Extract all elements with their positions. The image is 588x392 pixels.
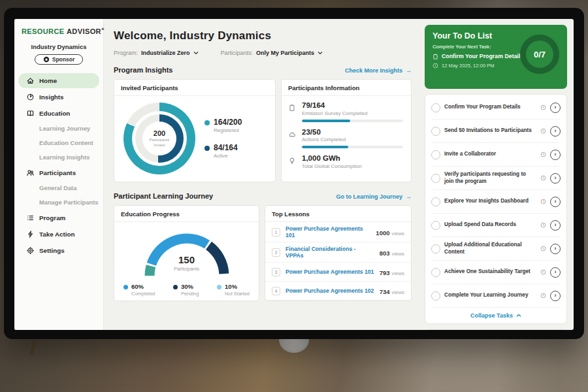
task-checkbox[interactable] xyxy=(431,291,440,301)
sidebar-item-manage-participants[interactable]: Manage Participants xyxy=(18,196,99,209)
lesson-row[interactable]: 1Power Purchase Agreements 1011000views xyxy=(265,222,411,242)
legend-dot-icon xyxy=(123,285,128,289)
lesson-link[interactable]: Power Purchase Agreements 101 xyxy=(286,269,374,275)
sidebar-item-home[interactable]: Home xyxy=(18,73,99,88)
task-row-upload-additional-educational-content[interactable]: Upload Additional Educational Content› xyxy=(431,237,561,261)
task-open-button[interactable]: › xyxy=(550,150,561,160)
program-insights-title: Program Insights xyxy=(114,66,172,74)
donut-legend-label: Active xyxy=(214,153,238,159)
info-row-main: 79/164Emission Survey Completed xyxy=(302,101,403,122)
dashboard-screen: RESOURCE ADVISOR+ Industry Dynamics Spon… xyxy=(14,19,574,330)
task-checkbox[interactable] xyxy=(431,103,440,112)
clock-small-icon xyxy=(540,105,546,110)
sidebar-item-settings[interactable]: Settings xyxy=(18,243,99,258)
task-row-send-50-invitations-to-participants[interactable]: Send 50 Invitations to Participants› xyxy=(431,120,561,143)
go-to-learning-journey-link[interactable]: Go to Learning Journey → xyxy=(336,193,412,200)
sidebar-item-program[interactable]: Program xyxy=(18,210,99,225)
sidebar-item-learning-journey[interactable]: Learning Journey xyxy=(18,122,99,135)
sidebar-item-label: Learning Insights xyxy=(39,154,90,161)
task-row-explore-your-insights-dashboard[interactable]: Explore Your Insights Dashboard› xyxy=(431,190,561,214)
lesson-link[interactable]: Financial Considerations - VPPAs xyxy=(286,246,374,259)
task-open-button[interactable]: › xyxy=(550,197,561,207)
clock-small-icon xyxy=(540,199,546,204)
lesson-row[interactable]: 5Power Purchase Agreements 103600views xyxy=(265,301,411,301)
task-checkbox[interactable] xyxy=(431,174,440,183)
sidebar-item-label: Home xyxy=(39,77,57,84)
info-row-actions-completed: 23/50Actions Completed xyxy=(288,128,403,149)
task-open-button[interactable]: › xyxy=(550,103,561,113)
lesson-views: 803views xyxy=(380,246,404,258)
task-open-button[interactable]: › xyxy=(550,244,561,254)
info-value: 1,000 GWh xyxy=(302,154,403,163)
donut-legend-text: 164/200Registered xyxy=(214,118,242,133)
clipboard-icon xyxy=(433,54,438,59)
program-filter[interactable]: Program: Industrialize Zero xyxy=(114,50,199,56)
lesson-link[interactable]: Power Purchase Agreements 101 xyxy=(286,225,370,238)
education-icon xyxy=(26,109,35,118)
lesson-row[interactable]: 3Power Purchase Agreements 101793views xyxy=(265,263,411,282)
gauge-legend-item: 60%Completed xyxy=(123,284,155,297)
task-checkbox[interactable] xyxy=(431,150,440,159)
donut-center: 200 Participants Invited xyxy=(142,122,176,155)
gauge-legend-text: 10%Not Started xyxy=(225,284,250,297)
task-label: Invite a Collaborator xyxy=(444,151,536,158)
top-lessons-list: 1Power Purchase Agreements 1011000views2… xyxy=(265,222,411,301)
task-open-button[interactable]: › xyxy=(550,126,561,137)
progress-bar-fill xyxy=(302,120,350,122)
collapse-tasks-link[interactable]: Collapse Tasks xyxy=(431,308,561,321)
sidebar-item-education[interactable]: Education xyxy=(18,106,99,121)
task-open-button[interactable]: › xyxy=(550,173,561,184)
task-row-confirm-your-program-details[interactable]: Confirm Your Program Details› xyxy=(431,96,561,120)
participants-filter-label: Participants: xyxy=(221,50,253,56)
task-row-achieve-one-sustainability-target[interactable]: Achieve One Sustainability Target› xyxy=(431,261,561,284)
clock-small-icon xyxy=(540,152,546,157)
sponsor-badge[interactable]: Sponsor xyxy=(35,54,83,65)
participants-information-card: Participants Information 79/164Emission … xyxy=(281,79,412,182)
task-checkbox[interactable] xyxy=(431,244,440,253)
settings-icon xyxy=(26,246,35,255)
sidebar-item-label: Settings xyxy=(39,247,65,254)
task-checkbox[interactable] xyxy=(431,268,440,277)
sidebar-item-label: Education Content xyxy=(39,140,93,146)
page-title: Welcome, Industry Dynamics xyxy=(114,29,412,42)
clock-small-icon xyxy=(540,175,546,181)
progress-bar-fill xyxy=(302,146,348,148)
gauge-legend-item: 10%Not Started xyxy=(217,284,250,297)
task-checkbox[interactable] xyxy=(431,127,440,136)
sidebar-item-take-action[interactable]: Take Action xyxy=(18,227,99,242)
program-insights-header: Program Insights Check More Insights → xyxy=(114,66,412,74)
todo-task-list: Confirm Your Program Details›Send 50 Inv… xyxy=(425,94,567,324)
task-open-button[interactable]: › xyxy=(550,267,561,278)
task-row-upload-spend-data-records[interactable]: Upload Spend Data Records› xyxy=(431,214,561,237)
task-row-invite-a-collaborator[interactable]: Invite a Collaborator› xyxy=(431,143,561,167)
education-progress-gauge: 150 Participants xyxy=(138,226,236,280)
task-checkbox[interactable] xyxy=(431,221,440,230)
task-row-verify-participants-requesting-to-join-the-program[interactable]: Verify participants requesting to join t… xyxy=(431,167,561,190)
insights-cards-row: Invited Participants 200 Participants In… xyxy=(114,79,412,182)
lesson-link[interactable]: Power Purchase Agreements 102 xyxy=(286,287,374,294)
donut-legend-item: 164/200Registered xyxy=(204,118,242,133)
check-more-insights-link[interactable]: Check More Insights → xyxy=(345,67,412,74)
desk-scene: RESOURCE ADVISOR+ Industry Dynamics Spon… xyxy=(0,0,588,392)
check-more-insights-label: Check More Insights xyxy=(345,67,402,74)
donut-legend: 164/200Registered84/164Active xyxy=(204,118,242,159)
sidebar-item-learning-insights[interactable]: Learning Insights xyxy=(18,151,99,164)
participants-filter[interactable]: Participants: Only My Participants xyxy=(221,50,323,56)
app-logo: RESOURCE ADVISOR+ xyxy=(14,25,103,35)
sidebar-item-label: Program xyxy=(39,214,65,221)
task-row-complete-your-learning-journey[interactable]: Complete Your Learning Journey› xyxy=(431,284,561,308)
gauge-legend-label: Not Started xyxy=(225,291,250,297)
task-open-button[interactable]: › xyxy=(550,291,561,301)
sidebar-item-participants[interactable]: Participants xyxy=(18,165,99,180)
lesson-row[interactable]: 4Power Purchase Agreements 102734views xyxy=(265,282,411,301)
legend-dot-icon xyxy=(217,285,221,289)
sidebar-item-general-data[interactable]: General Data xyxy=(18,182,99,195)
task-checkbox[interactable] xyxy=(431,197,440,206)
sidebar-item-education-content[interactable]: Education Content xyxy=(18,137,99,150)
invited-participants-title: Invited Participants xyxy=(114,80,275,96)
lesson-row[interactable]: 2Financial Considerations - VPPAs803view… xyxy=(265,242,411,263)
sidebar-item-insights[interactable]: Insights xyxy=(18,90,99,105)
gauge-legend-pct: 10% xyxy=(225,284,250,290)
sidebar-item-label: Manage Participants xyxy=(39,199,98,206)
task-open-button[interactable]: › xyxy=(550,220,561,231)
